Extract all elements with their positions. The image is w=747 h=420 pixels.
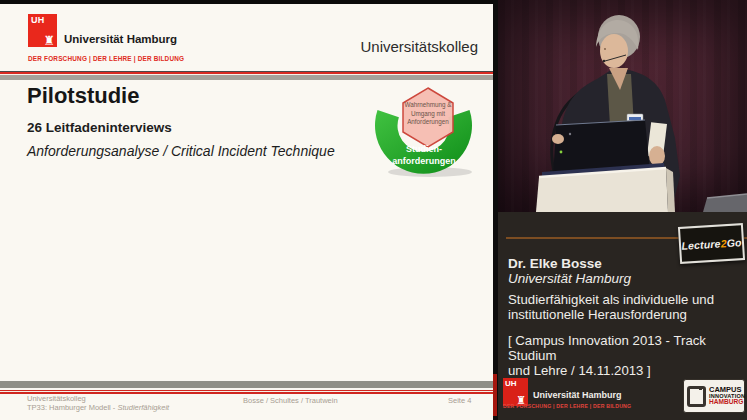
- info-panel: Lecture2Go Dr. Elke Bosse Universität Ha…: [498, 212, 747, 420]
- footer-gray-bar: [0, 381, 493, 388]
- speaker-face: [600, 34, 628, 68]
- speaker-hand-left: [552, 134, 564, 144]
- speaker-scene: [498, 0, 747, 212]
- name-badge-print: [629, 117, 641, 120]
- footer-project-prefix: TP33: Hamburger Modell -: [27, 403, 117, 412]
- uhh-logo-small: UH ♜: [503, 378, 528, 406]
- campus-innovation-logo: CAMPUS INNOVATION HAMBURG: [683, 379, 745, 413]
- speaker-name: Dr. Elke Bosse: [508, 256, 602, 271]
- slide-panel: UH ♜ Universität Hamburg DER FORSCHUNG |…: [0, 0, 493, 420]
- slide-bullet-bold: 26 Leitfadeninterviews: [27, 120, 172, 135]
- laptop-led: [560, 151, 563, 154]
- speaker-eye: [604, 48, 606, 50]
- lecture2go-part1: Lecture: [681, 237, 721, 251]
- footer-project-italic: Studierfähigkeit: [117, 403, 169, 412]
- campus-innovation-icon: [687, 386, 706, 407]
- department-name: Universitätskolleg: [360, 38, 478, 55]
- event-info: [ Campus Innovation 2013 - Track Studium…: [508, 333, 747, 378]
- headset-mic-tip: [603, 60, 605, 62]
- uhh-monogram: UH: [31, 15, 45, 25]
- lecture2go-part3: Go: [726, 236, 742, 249]
- slide-top-bar: [0, 0, 493, 4]
- slide-bullet-italic: Anforderungsanalyse / Critical Incident …: [27, 143, 335, 159]
- university-tagline-small: DER FORSCHUNG | DER LEHRE | DER BILDUNG: [503, 403, 631, 409]
- laptop-logo: [569, 133, 571, 135]
- talk-title: Studierfähigkeit als individuelle und in…: [508, 292, 714, 322]
- university-tagline: DER FORSCHUNG | DER LEHRE | DER BILDUNG: [28, 55, 184, 62]
- uhh-monogram-small: UH: [505, 379, 517, 388]
- footer-page-number: Seite 4: [448, 397, 471, 406]
- speaker-hand-right: [649, 146, 665, 166]
- bowl-text-line2: anforderungen: [392, 156, 456, 166]
- university-name: Universität Hamburg: [64, 33, 177, 45]
- lecture2go-logo: Lecture2Go: [678, 223, 745, 264]
- requirements-diagram: Wahrnehmung & Umgang mit Anforderungen S…: [368, 84, 475, 179]
- speaker-affiliation: Universität Hamburg: [508, 271, 631, 286]
- speaker-video: [498, 0, 747, 212]
- event-info-line2: und Lehre / 14.11.2013 ]: [508, 363, 747, 378]
- footer-authors: Bosse / Schultes / Trautwein: [243, 397, 338, 406]
- castle-tower-icon: ♜: [43, 34, 55, 47]
- bowl-text-line1: Studien-: [406, 144, 442, 154]
- hexagon-text-line3: Anforderungen: [407, 118, 449, 126]
- red-edge-strip: [493, 374, 497, 416]
- talk-title-line2: institutionelle Herausforderung: [508, 307, 714, 322]
- footer-left: Universitätskolleg TP33: Hamburger Model…: [27, 395, 169, 412]
- hexagon-text-line2: Umgang mit: [411, 110, 445, 118]
- lecture-recording-frame: UH ♜ Universität Hamburg DER FORSCHUNG |…: [0, 0, 747, 420]
- header-divider: [0, 71, 493, 80]
- university-name-small: Universität Hamburg: [533, 390, 622, 400]
- hexagon-text-line1: Wahrnehmung &: [404, 101, 452, 109]
- campus-line3: HAMBURG: [709, 399, 745, 406]
- campus-innovation-text: CAMPUS INNOVATION HAMBURG: [709, 386, 745, 406]
- talk-title-line1: Studierfähigkeit als individuelle und: [508, 292, 714, 307]
- footer-project: TP33: Hamburger Modell - Studierfähigkei…: [27, 404, 169, 413]
- event-info-line1: [ Campus Innovation 2013 - Track Studium: [508, 333, 747, 363]
- slide-title: Pilotstudie: [27, 83, 139, 109]
- uhh-logo: UH ♜: [28, 14, 57, 47]
